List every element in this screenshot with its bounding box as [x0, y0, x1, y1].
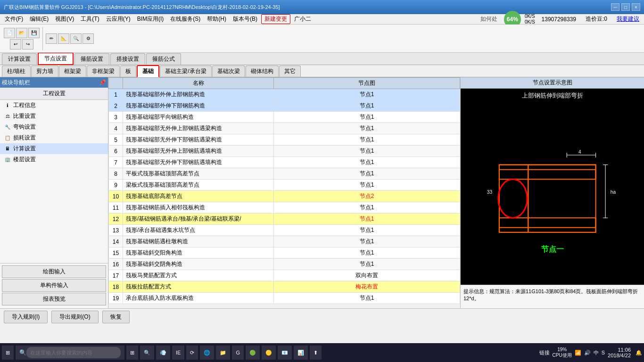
tab-node-settings[interactable]: 节点设置: [38, 52, 74, 65]
taskbar-app-7[interactable]: 📁: [216, 346, 230, 360]
table-cell-value[interactable]: 节点1: [274, 180, 460, 191]
taskbar-app-2[interactable]: 🔍: [140, 346, 154, 360]
sidebar-item-hook[interactable]: 🔧 弯钩设置: [0, 122, 108, 132]
table-row[interactable]: 10筏形基础底部高差节点节点2: [109, 191, 460, 202]
taskbar-app-13[interactable]: ⬆: [310, 346, 322, 360]
taskbar-search-input[interactable]: [26, 347, 121, 358]
menu-view[interactable]: 视图(V): [52, 14, 77, 24]
help-suggestion[interactable]: 我要建议: [614, 14, 642, 24]
tab-stirrup-formula[interactable]: 箍筋公式: [146, 53, 181, 65]
table-cell-value[interactable]: 节点1: [274, 202, 460, 214]
table-row[interactable]: 17筏板马凳筋配置方式双向布置: [109, 270, 460, 281]
menu-online[interactable]: 在线服务(S): [167, 14, 203, 24]
table-cell-value[interactable]: 节点1: [274, 134, 460, 146]
menu-help[interactable]: 帮助(H): [204, 14, 229, 24]
table-row[interactable]: 4筏形基础端部无外伸上部钢筋遇梁构造节点1: [109, 123, 460, 134]
table-cell-value[interactable]: 节点1: [274, 214, 460, 225]
toolbar-undo[interactable]: ↩: [10, 39, 21, 49]
toolbar-draw1[interactable]: ✏: [46, 33, 57, 44]
subtab-shearwall[interactable]: 剪力墙: [31, 66, 58, 77]
table-row[interactable]: 14筏形基础钢筋遇柱墩构造节点1: [109, 236, 460, 247]
minimize-button[interactable]: ─: [611, 3, 619, 11]
menu-assistant[interactable]: 广小二: [291, 14, 314, 24]
subtab-foundation-secondary[interactable]: 基础次梁: [212, 66, 245, 77]
table-cell-value[interactable]: 节点1: [274, 247, 460, 259]
toolbar-redo[interactable]: ↪: [22, 39, 33, 49]
table-row[interactable]: 3筏形基础端部平向钢筋构造节点1: [109, 112, 460, 123]
start-button[interactable]: ⊞: [2, 346, 14, 360]
toolbar-draw2[interactable]: 📐: [58, 33, 69, 44]
sidebar-item-weight[interactable]: ⚖ 比重设置: [0, 111, 108, 122]
table-row[interactable]: 16筏形基础斜交阴角构造节点1: [109, 259, 460, 270]
table-row[interactable]: 5筏形基础端部无外伸下部钢筋遇梁构造节点1: [109, 134, 460, 146]
toolbar-new[interactable]: 📄: [4, 28, 15, 38]
subtab-foundation-beam[interactable]: 基础主梁/承台梁: [160, 66, 211, 77]
table-cell-value[interactable]: 节点1: [274, 100, 460, 112]
tab-stirrup-settings[interactable]: 箍筋设置: [74, 53, 109, 65]
single-member-button[interactable]: 单构件输入: [2, 279, 106, 292]
subtab-masonry[interactable]: 砌体结构: [246, 66, 279, 77]
import-rules-button[interactable]: 导入规则(I): [4, 311, 48, 323]
menu-edit[interactable]: 编辑(E): [27, 14, 51, 24]
subtab-other[interactable]: 其它: [279, 66, 301, 77]
table-cell-value[interactable]: 节点1: [274, 123, 460, 134]
taskbar-app-11[interactable]: 📧: [278, 346, 292, 360]
table-cell-value[interactable]: 节点1: [274, 168, 460, 180]
subtab-nonframebeam[interactable]: 非框架梁: [87, 66, 120, 77]
tab-splice-settings[interactable]: 搭接设置: [110, 53, 145, 65]
table-row[interactable]: 8平板式筏形基础顶部高差节点节点1: [109, 168, 460, 180]
toolbar-save[interactable]: 💾: [28, 28, 40, 38]
sidebar-item-loss[interactable]: 📋 损耗设置: [0, 132, 108, 143]
close-button[interactable]: ×: [632, 3, 640, 11]
menu-newchange[interactable]: 新建变更: [261, 14, 290, 24]
table-row[interactable]: 2筏形基础端部外伸下部钢筋构造节点1: [109, 100, 460, 112]
table-row[interactable]: 1筏形基础端部外伸上部钢筋构造节点1: [109, 89, 460, 100]
taskbar-app-9[interactable]: 🟢: [246, 346, 260, 360]
table-cell-value[interactable]: 节点1: [274, 225, 460, 236]
report-preview-button[interactable]: 报表预览: [2, 293, 106, 305]
tab-calc-settings[interactable]: 计算设置: [2, 53, 37, 65]
taskbar-app-5[interactable]: ⟳: [186, 346, 198, 360]
taskbar-app-4[interactable]: IE: [172, 346, 184, 360]
menu-bim[interactable]: BIM应用(I): [134, 14, 167, 24]
sidebar-item-calc[interactable]: 🖩 计算设置: [0, 143, 108, 154]
table-cell-value[interactable]: 节点1: [274, 236, 460, 247]
table-row[interactable]: 18筏板拉筋配置方式梅花布置: [109, 281, 460, 293]
taskbar-app-10[interactable]: 🟡: [262, 346, 276, 360]
menu-cloud[interactable]: 云应用(Y): [103, 14, 133, 24]
table-row[interactable]: 7筏形基础端部无外伸下部钢筋遇墙构造节点1: [109, 157, 460, 168]
table-row[interactable]: 11筏形基础钢筋插入相邻筏板构造节点1: [109, 202, 460, 214]
table-cell-value[interactable]: 节点1: [274, 259, 460, 270]
table-cell-value[interactable]: 节点1: [274, 146, 460, 157]
table-cell-value[interactable]: 节点1: [274, 89, 460, 100]
taskbar-app-6[interactable]: 🌐: [200, 346, 214, 360]
restore-button[interactable]: 恢复: [102, 311, 130, 323]
table-cell-value[interactable]: 节点1: [274, 157, 460, 168]
menu-version[interactable]: 版本号(B): [230, 14, 260, 24]
taskbar-app-3[interactable]: 💨: [156, 346, 170, 360]
table-cell-value[interactable]: 节点2: [274, 191, 460, 202]
taskbar-app-8[interactable]: G: [232, 346, 244, 360]
table-cell-value[interactable]: 梅花布置: [274, 281, 460, 293]
taskbar-notifications[interactable]: 🔔: [636, 350, 642, 356]
toolbar-open[interactable]: 📂: [16, 28, 27, 38]
toolbar-draw3[interactable]: 🔍: [70, 33, 82, 44]
taskbar-app-12[interactable]: 📊: [294, 346, 308, 360]
drawing-input-button[interactable]: 绘图输入: [2, 265, 106, 278]
table-row[interactable]: 13筏形/承台基础遇集水坑节点节点1: [109, 225, 460, 236]
toolbar-draw4[interactable]: ⚙: [83, 33, 94, 44]
subtab-framebeam[interactable]: 框架梁: [59, 66, 86, 77]
sidebar-item-floor[interactable]: 🏢 楼层设置: [0, 154, 108, 165]
table-cell-value[interactable]: 节点1: [274, 112, 460, 123]
subtab-slab[interactable]: 板: [120, 66, 136, 77]
table-cell-value[interactable]: 节点1: [274, 293, 460, 304]
subtab-foundation[interactable]: 基础: [137, 65, 159, 77]
table-row[interactable]: 19承台底筋插入防水底板构造节点1: [109, 293, 460, 304]
table-row[interactable]: 6筏形基础端部无外伸上部钢筋遇墙构造节点1: [109, 146, 460, 157]
taskbar-app-1[interactable]: ⊞: [126, 346, 138, 360]
table-row[interactable]: 9梁板式筏形基础顶部高差节点节点1: [109, 180, 460, 191]
subtab-column[interactable]: 柱/墙柱: [2, 66, 31, 77]
table-cell-value[interactable]: 双向布置: [274, 270, 460, 281]
menu-tools[interactable]: 工具(T): [78, 14, 102, 24]
sidebar-pin-icon[interactable]: 📌: [99, 79, 106, 86]
